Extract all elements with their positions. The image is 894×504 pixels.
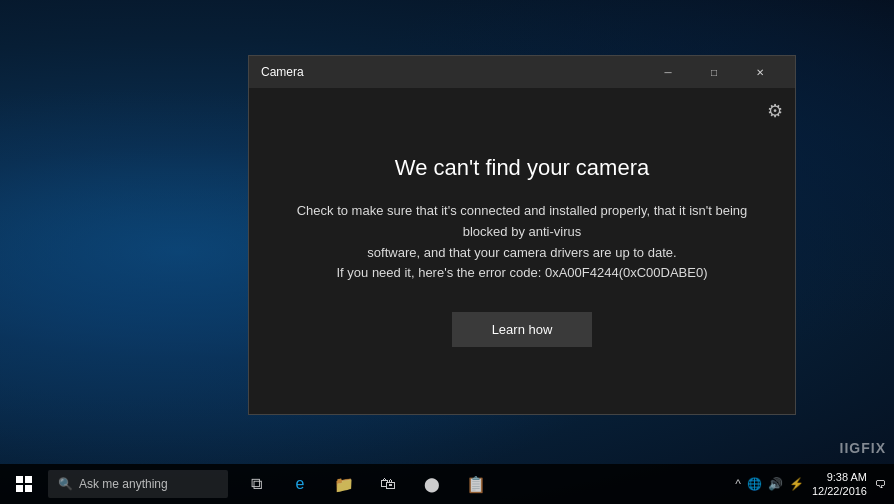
search-icon: 🔍 <box>58 477 73 491</box>
window-titlebar: Camera ─ □ ✕ <box>249 56 795 88</box>
taskbar-right: ^ 🌐 🔊 ⚡ 9:38 AM 12/22/2016 🗨 <box>735 470 894 499</box>
start-button[interactable] <box>0 464 48 504</box>
minimize-button[interactable]: ─ <box>645 56 691 88</box>
error-line2: software, and that your camera drivers a… <box>367 245 676 260</box>
battery-icon: ⚡ <box>789 477 804 491</box>
chevron-icon[interactable]: ^ <box>735 477 741 491</box>
notification-icon[interactable]: 🗨 <box>875 478 886 490</box>
clock-time: 9:38 AM <box>812 470 867 484</box>
volume-icon[interactable]: 🔊 <box>768 477 783 491</box>
system-tray-icons: ^ 🌐 🔊 ⚡ <box>735 477 804 491</box>
learn-how-button[interactable]: Learn how <box>452 312 593 347</box>
search-placeholder: Ask me anything <box>79 477 168 491</box>
file-explorer-icon[interactable]: 📁 <box>324 464 364 504</box>
maximize-button[interactable]: □ <box>691 56 737 88</box>
taskbar-clock[interactable]: 9:38 AM 12/22/2016 <box>812 470 867 499</box>
task-view-icon[interactable]: ⧉ <box>236 464 276 504</box>
window-title: Camera <box>261 65 645 79</box>
chrome-icon[interactable]: ⬤ <box>412 464 452 504</box>
edge-icon[interactable]: e <box>280 464 320 504</box>
error-title: We can't find your camera <box>395 155 649 181</box>
close-button[interactable]: ✕ <box>737 56 783 88</box>
app-icon[interactable]: 📋 <box>456 464 496 504</box>
window-controls: ─ □ ✕ <box>645 56 783 88</box>
window-content: ⚙ We can't find your camera Check to mak… <box>249 88 795 414</box>
taskbar: 🔍 Ask me anything ⧉ e 📁 🛍 ⬤ 📋 ^ 🌐 🔊 ⚡ 9:… <box>0 464 894 504</box>
camera-window: Camera ─ □ ✕ ⚙ We can't find your camera… <box>248 55 796 415</box>
taskbar-icons: ⧉ e 📁 🛍 ⬤ 📋 <box>236 464 496 504</box>
network-icon[interactable]: 🌐 <box>747 477 762 491</box>
desktop: Camera ─ □ ✕ ⚙ We can't find your camera… <box>0 0 894 504</box>
windows-logo-icon <box>16 476 32 492</box>
watermark: IIGFIX <box>840 440 886 456</box>
settings-icon[interactable]: ⚙ <box>767 100 783 122</box>
error-description: Check to make sure that it's connected a… <box>289 201 755 284</box>
error-line1: Check to make sure that it's connected a… <box>297 203 748 239</box>
taskbar-search[interactable]: 🔍 Ask me anything <box>48 470 228 498</box>
error-line3: If you need it, here's the error code: 0… <box>336 265 707 280</box>
store-icon[interactable]: 🛍 <box>368 464 408 504</box>
clock-date: 12/22/2016 <box>812 484 867 498</box>
